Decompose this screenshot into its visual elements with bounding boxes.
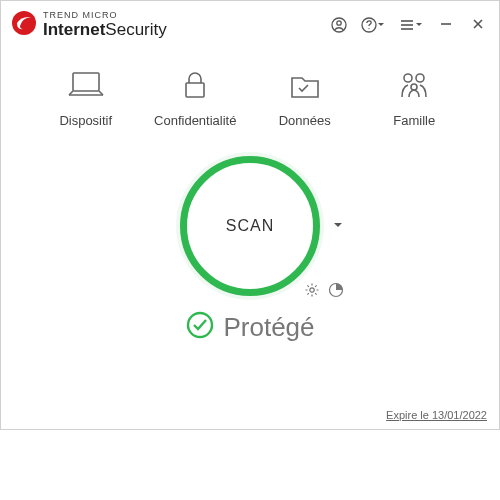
account-icon[interactable] <box>331 17 347 33</box>
status-text: Protégé <box>223 312 314 343</box>
laptop-icon <box>64 67 108 107</box>
minimize-button[interactable] <box>437 16 455 34</box>
titlebar-actions <box>331 16 487 34</box>
scan-label: SCAN <box>226 217 274 235</box>
settings-icon[interactable] <box>304 282 320 302</box>
nav-privacy[interactable]: Confidentialité <box>145 67 245 128</box>
folder-check-icon <box>283 67 327 107</box>
status-row: Protégé <box>1 310 499 344</box>
svg-point-16 <box>310 288 314 292</box>
scan-side-icons <box>304 282 344 302</box>
nav-family[interactable]: Famille <box>364 67 464 128</box>
nav-bar: Dispositif Confidentialité Données <box>1 49 499 128</box>
scan-area: SCAN <box>180 156 320 296</box>
nav-device-label: Dispositif <box>59 113 112 128</box>
nav-device[interactable]: Dispositif <box>36 67 136 128</box>
titlebar: TREND MICRO InternetSecurity <box>1 1 499 49</box>
family-icon <box>392 67 436 107</box>
lock-icon <box>173 67 217 107</box>
svg-point-4 <box>368 28 369 29</box>
svg-point-15 <box>411 84 417 90</box>
close-button[interactable] <box>469 16 487 34</box>
nav-data-label: Données <box>279 113 331 128</box>
help-icon[interactable] <box>361 17 385 33</box>
nav-privacy-label: Confidentialité <box>154 113 236 128</box>
brand-main-text: InternetSecurity <box>43 21 167 39</box>
brand: TREND MICRO InternetSecurity <box>11 10 167 40</box>
scan-button[interactable]: SCAN <box>180 156 320 296</box>
svg-point-2 <box>337 21 341 25</box>
nav-family-label: Famille <box>393 113 435 128</box>
svg-point-0 <box>12 11 36 35</box>
expiry-link[interactable]: Expire le 13/01/2022 <box>386 409 487 421</box>
status-check-icon <box>185 310 215 344</box>
menu-icon[interactable] <box>399 17 423 33</box>
scan-dropdown-icon[interactable] <box>332 217 344 235</box>
nav-data[interactable]: Données <box>255 67 355 128</box>
svg-point-13 <box>404 74 412 82</box>
svg-rect-11 <box>73 73 99 91</box>
brand-logo-icon <box>11 10 37 40</box>
svg-rect-12 <box>186 83 204 97</box>
report-icon[interactable] <box>328 282 344 302</box>
svg-point-14 <box>416 74 424 82</box>
app-window: TREND MICRO InternetSecurity <box>0 0 500 430</box>
